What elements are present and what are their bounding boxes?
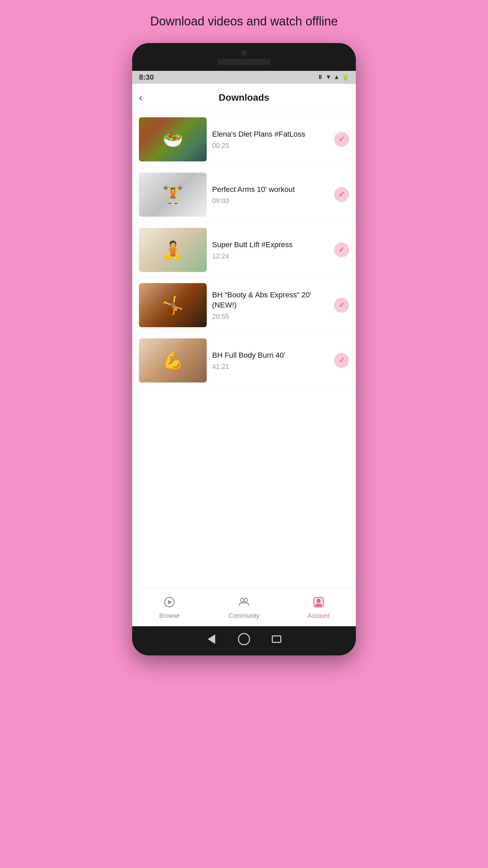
download-check: ✓: [334, 187, 349, 202]
check-icon: ✓: [339, 190, 345, 199]
video-thumbnail: [139, 338, 207, 382]
svg-point-5: [317, 599, 320, 603]
status-bar: 8:30 ⏸ ▼ ▲ 🔋: [132, 71, 356, 84]
video-title: Perfect Arms 10' workout: [212, 184, 329, 195]
video-info: BH Full Body Burn 40' 41:21: [212, 350, 329, 371]
video-item[interactable]: Super Butt Lift #Express 12:24 ✓: [132, 222, 356, 278]
bottom-nav: Browse Community: [132, 588, 356, 626]
video-thumbnail: [139, 117, 207, 161]
nav-back-button[interactable]: [205, 633, 218, 645]
phone-frame: 8:30 ⏸ ▼ ▲ 🔋 ‹ Downloads Elena's Diet Pl…: [132, 43, 356, 655]
svg-point-2: [241, 598, 244, 602]
video-item[interactable]: BH Full Body Burn 40' 41:21 ✓: [132, 333, 356, 388]
nav-recents-button[interactable]: [270, 633, 283, 645]
wifi-icon: ▼: [325, 74, 331, 81]
video-title: BH "Booty & Abs Express" 20' (NEW!): [212, 290, 329, 311]
video-duration: 00:25: [212, 142, 329, 150]
video-duration: 41:21: [212, 363, 329, 371]
video-info: Super Butt Lift #Express 12:24: [212, 240, 329, 260]
phone-bottom: [132, 626, 356, 655]
video-duration: 12:24: [212, 252, 329, 260]
video-info: BH "Booty & Abs Express" 20' (NEW!) 20:5…: [212, 290, 329, 321]
browse-icon: [161, 594, 178, 610]
video-thumbnail: [139, 173, 207, 217]
community-label: Community: [228, 612, 259, 619]
phone-top: [132, 43, 356, 71]
check-icon: ✓: [339, 135, 345, 144]
video-item[interactable]: Elena's Diet Plans #FatLoss 00:25 ✓: [132, 112, 356, 167]
nav-item-browse[interactable]: Browse: [132, 594, 207, 619]
check-icon: ✓: [339, 301, 345, 310]
browse-label: Browse: [159, 612, 180, 619]
download-check: ✓: [334, 353, 349, 368]
account-icon: [310, 594, 327, 610]
screen-title: Downloads: [152, 92, 336, 103]
video-title: Elena's Diet Plans #FatLoss: [212, 129, 329, 140]
video-item[interactable]: BH "Booty & Abs Express" 20' (NEW!) 20:5…: [132, 278, 356, 333]
video-thumbnail: [139, 228, 207, 272]
download-check: ✓: [334, 298, 349, 313]
download-check: ✓: [334, 242, 349, 257]
video-info: Perfect Arms 10' workout 09:03: [212, 184, 329, 205]
app-header: ‹ Downloads: [132, 84, 356, 112]
phone-camera: [241, 50, 247, 56]
app-content: ‹ Downloads Elena's Diet Plans #FatLoss …: [132, 84, 356, 626]
status-icons: ⏸ ▼ ▲ 🔋: [317, 74, 349, 81]
video-duration: 20:55: [212, 313, 329, 320]
phone-speaker: [217, 59, 271, 65]
video-thumbnail: [139, 283, 207, 327]
svg-marker-1: [168, 600, 172, 604]
status-time: 8:30: [139, 73, 154, 82]
signal-icon: ▲: [333, 74, 340, 81]
battery-icon: 🔋: [342, 74, 349, 81]
video-title: Super Butt Lift #Express: [212, 240, 329, 250]
media-icon: ⏸: [317, 74, 323, 81]
svg-point-3: [244, 598, 247, 602]
video-duration: 09:03: [212, 197, 329, 205]
video-list: Elena's Diet Plans #FatLoss 00:25 ✓ Perf…: [132, 112, 356, 588]
page-headline: Download videos and watch offline: [150, 14, 338, 29]
nav-item-account[interactable]: Account: [281, 594, 356, 619]
back-button[interactable]: ‹: [139, 92, 152, 103]
nav-home-button[interactable]: [238, 633, 250, 645]
video-info: Elena's Diet Plans #FatLoss 00:25: [212, 129, 329, 150]
community-icon: [236, 594, 252, 610]
video-item[interactable]: Perfect Arms 10' workout 09:03 ✓: [132, 167, 356, 222]
account-label: Account: [307, 612, 329, 619]
check-icon: ✓: [339, 356, 345, 365]
download-check: ✓: [334, 132, 349, 147]
nav-item-community[interactable]: Community: [207, 594, 281, 619]
check-icon: ✓: [339, 245, 345, 254]
video-title: BH Full Body Burn 40': [212, 350, 329, 361]
